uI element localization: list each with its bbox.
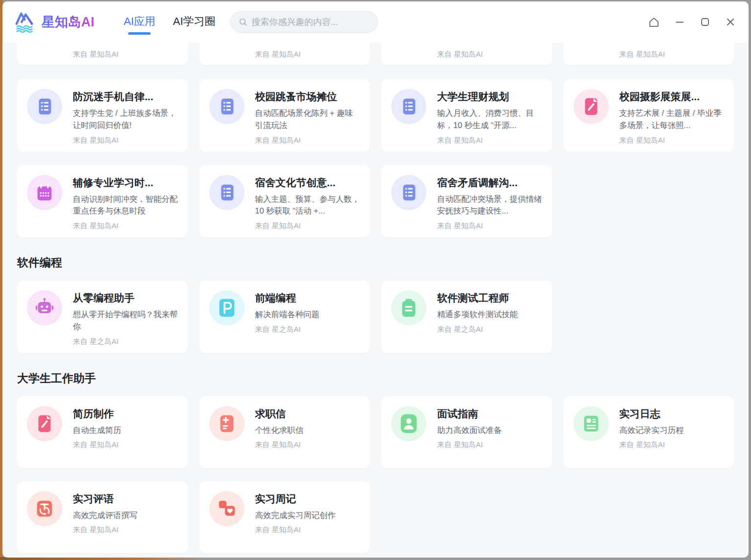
- app-card[interactable]: 软件测试工程师精通多项软件测试技能来自 星之岛AI: [381, 280, 552, 353]
- app-card-partial[interactable]: 来自 星知岛AI: [199, 43, 370, 65]
- minimize-icon: [674, 16, 685, 28]
- close-button[interactable]: [724, 16, 737, 29]
- card-title: 面试指南: [437, 407, 543, 421]
- card-source: 来自 星知岛AI: [73, 525, 179, 535]
- card-text: 校园跳蚤市场摊位自动匹配场景化陈列 + 趣味引流玩法来自 星知岛AI: [255, 88, 361, 145]
- card-source: 来自 星知岛AI: [437, 440, 543, 450]
- window-controls: [647, 16, 737, 29]
- app-card[interactable]: 实习周记高效完成实习周记创作来自 星知岛AI: [199, 481, 370, 553]
- letter-p-icon: [209, 290, 244, 325]
- card-title: 宿舍文化节创意...: [255, 176, 361, 190]
- list-icon: [209, 175, 244, 210]
- card-text: 面试指南助力高效面试准备来自 星知岛AI: [437, 405, 543, 450]
- card-source: 来自 星知岛AI: [255, 50, 301, 59]
- card-title: 实习周记: [255, 492, 361, 506]
- card-title: 辅修专业学习时...: [73, 176, 179, 190]
- card-source: 来自 星知岛AI: [619, 136, 726, 145]
- tab-ai-learning-circle[interactable]: AI学习圈: [173, 9, 216, 35]
- app-card[interactable]: 防沉迷手机自律...支持学生党 / 上班族多场景，让时间回归价值!来自 星知岛A…: [17, 79, 188, 152]
- doc-pencil-icon: [574, 89, 609, 124]
- card-source: 来自 星知岛AI: [255, 136, 361, 145]
- app-card[interactable]: 简历制作自动生成简历来自 星知岛AI: [17, 396, 188, 468]
- card-source: 来自 星之岛AI: [73, 337, 179, 346]
- app-card[interactable]: 校园跳蚤市场摊位自动匹配场景化陈列 + 趣味引流玩法来自 星知岛AI: [199, 79, 370, 152]
- list-icon: [391, 175, 426, 210]
- card-text: 校园摄影展策展...支持艺术展 / 主题展 / 毕业季多场景，让每张照...来自…: [619, 88, 726, 145]
- tab-ai-apps[interactable]: AI应用: [124, 9, 155, 35]
- card-source: 来自 星知岛AI: [73, 50, 118, 59]
- app-card-partial[interactable]: 来自 星知岛AI: [381, 43, 552, 65]
- tab-active-underline: [128, 32, 151, 35]
- card-text: 实习日志高效记录实习历程来自 星知岛AI: [619, 405, 726, 450]
- app-card[interactable]: 实习评语高效完成评语撰写来自 星知岛AI: [17, 481, 188, 553]
- card-text: 防沉迷手机自律...支持学生党 / 上班族多场景，让时间回归价值!来自 星知岛A…: [73, 88, 179, 145]
- app-card[interactable]: 校园摄影展策展...支持艺术展 / 主题展 / 毕业季多场景，让每张照...来自…: [564, 79, 734, 152]
- card-title: 求职信: [255, 407, 361, 421]
- section-heading: 软件编程: [17, 255, 734, 270]
- card-title: 大学生理财规划: [437, 90, 543, 104]
- card-grid: 从零编程助手想从零开始学编程吗？我来帮你来自 星之岛AI前端编程解决前端各种问题…: [17, 280, 734, 353]
- card-text: 实习评语高效完成评语撰写来自 星知岛AI: [73, 490, 179, 535]
- app-card-partial[interactable]: 来自 星知岛AI: [17, 43, 188, 65]
- app-card[interactable]: 面试指南助力高效面试准备来自 星知岛AI: [381, 396, 552, 468]
- card-title: 防沉迷手机自律...: [73, 90, 179, 104]
- app-section: 防沉迷手机自律...支持学生党 / 上班族多场景，让时间回归价值!来自 星知岛A…: [17, 79, 734, 237]
- card-text: 前端编程解决前端各种问题来自 星之岛AI: [255, 289, 361, 334]
- card-desc: 高效记录实习历程: [619, 424, 726, 436]
- home-button[interactable]: [647, 16, 661, 29]
- card-text: 简历制作自动生成简历来自 星知岛AI: [73, 405, 179, 450]
- card-text: 宿舍矛盾调解沟...自动匹配冲突场景，提供情绪安抚技巧与建设性...来自 星知岛…: [437, 174, 543, 231]
- app-card[interactable]: 前端编程解决前端各种问题来自 星之岛AI: [199, 280, 370, 353]
- card-desc: 输入主题、预算、参与人数，10 秒获取 “活动 +...: [255, 193, 361, 217]
- nav-tabs: AI应用AI学习圈: [124, 9, 216, 35]
- card-title: 简历制作: [73, 407, 179, 421]
- app-section: 大学生工作助手简历制作自动生成简历来自 星知岛AI求职信个性化求职信来自 星知岛…: [17, 371, 734, 553]
- card-grid: 防沉迷手机自律...支持学生党 / 上班族多场景，让时间回归价值!来自 星知岛A…: [17, 79, 734, 237]
- search-icon: [239, 17, 247, 27]
- card-source: 来自 星知岛AI: [437, 221, 543, 231]
- card-desc: 高效完成评语撰写: [73, 509, 179, 521]
- app-card[interactable]: 实习日志高效记录实习历程来自 星知岛AI: [564, 396, 734, 468]
- card-desc: 想从零开始学编程吗？我来帮你: [73, 308, 179, 333]
- person-icon: [391, 406, 426, 441]
- app-card[interactable]: 宿舍矛盾调解沟...自动匹配冲突场景，提供情绪安抚技巧与建设性...来自 星知岛…: [381, 165, 552, 238]
- app-card[interactable]: 求职信个性化求职信来自 星知岛AI: [199, 396, 370, 468]
- card-desc: 自动匹配场景化陈列 + 趣味引流玩法: [255, 107, 361, 131]
- card-text: 求职信个性化求职信来自 星知岛AI: [255, 405, 361, 450]
- app-card[interactable]: 辅修专业学习时...自动识别时间冲突，智能分配重点任务与休息时段来自 星知岛AI: [17, 165, 188, 238]
- card-desc: 自动识别时间冲突，智能分配重点任务与休息时段: [73, 193, 179, 217]
- app-card[interactable]: 大学生理财规划输入月收入、消费习惯、目标，10 秒生成 “开源...来自 星知岛…: [381, 79, 552, 152]
- app-card[interactable]: 从零编程助手想从零开始学编程吗？我来帮你来自 星之岛AI: [17, 280, 188, 353]
- card-title: 从零编程助手: [73, 291, 179, 305]
- card-text: 大学生理财规划输入月收入、消费习惯、目标，10 秒生成 “开源...来自 星知岛…: [437, 88, 543, 145]
- card-desc: 输入月收入、消费习惯、目标，10 秒生成 “开源...: [437, 107, 543, 131]
- card-title: 软件测试工程师: [437, 291, 543, 305]
- search-input[interactable]: [252, 17, 370, 27]
- card-title: 校园跳蚤市场摊位: [255, 90, 361, 104]
- card-title: 实习日志: [619, 407, 726, 421]
- content-area[interactable]: 来自 星知岛AI来自 星知岛AI来自 星知岛AI来自 星知岛AI防沉迷手机自律.…: [2, 43, 749, 558]
- card-text: 宿舍文化节创意...输入主题、预算、参与人数，10 秒获取 “活动 +...来自…: [255, 174, 361, 231]
- card-desc: 精通多项软件测试技能: [437, 308, 543, 321]
- card-title: 校园摄影展策展...: [619, 90, 726, 104]
- card-source: 来自 星之岛AI: [437, 325, 543, 334]
- card-source: 来自 星知岛AI: [437, 50, 483, 59]
- app-card[interactable]: 宿舍文化节创意...输入主题、预算、参与人数，10 秒获取 “活动 +...来自…: [199, 165, 370, 238]
- app-header: 星知岛AI AI应用AI学习圈: [2, 1, 749, 43]
- card-desc: 高效完成实习周记创作: [255, 509, 361, 521]
- card-text: 从零编程助手想从零开始学编程吗？我来帮你来自 星之岛AI: [73, 289, 179, 346]
- calc-icon: [209, 406, 244, 441]
- app-card-partial[interactable]: 来自 星知岛AI: [564, 43, 734, 65]
- card-desc: 解决前端各种问题: [255, 308, 361, 321]
- maximize-button[interactable]: [698, 16, 711, 29]
- maximize-icon: [699, 16, 711, 28]
- search-box[interactable]: [230, 11, 378, 33]
- card-text: 辅修专业学习时...自动识别时间冲突，智能分配重点任务与休息时段来自 星知岛AI: [73, 174, 179, 231]
- robot-icon: [27, 290, 62, 325]
- card-source: 来自 星知岛AI: [73, 440, 179, 450]
- card-source: 来自 星知岛AI: [619, 440, 726, 450]
- card-source: 来自 星知岛AI: [255, 525, 361, 535]
- minimize-button[interactable]: [673, 16, 686, 29]
- tab-active-underline: [183, 32, 205, 35]
- list-icon: [209, 89, 244, 124]
